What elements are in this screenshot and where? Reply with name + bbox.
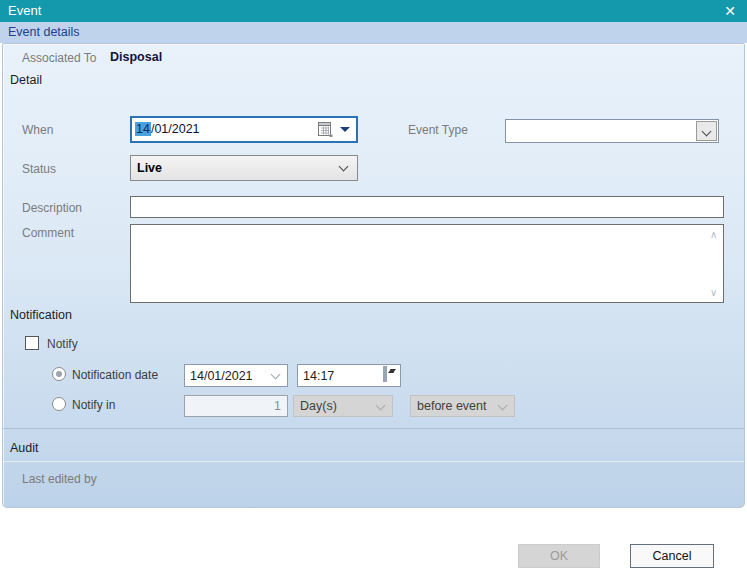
notify-in-relation-combobox[interactable]: before event bbox=[410, 395, 515, 417]
dialog-titlebar: Event ✕ bbox=[0, 0, 747, 22]
notification-time-spinner[interactable]: 14:17 bbox=[297, 364, 401, 387]
notify-in-unit-value: Day(s) bbox=[300, 399, 337, 413]
event-type-combobox[interactable] bbox=[505, 119, 719, 143]
notification-time-value: 14:17 bbox=[303, 369, 334, 383]
audit-divider-bottom bbox=[3, 461, 744, 462]
associated-to-value: Disposal bbox=[110, 50, 162, 64]
notification-date-label: Notification date bbox=[72, 368, 158, 382]
spinner-down-icon bbox=[390, 369, 396, 373]
event-type-label: Event Type bbox=[408, 123, 468, 137]
event-details-header: Event details bbox=[0, 22, 747, 43]
audit-divider bbox=[3, 428, 744, 429]
last-edited-by-label: Last edited by bbox=[22, 472, 97, 486]
comment-textarea[interactable] bbox=[130, 224, 724, 303]
chevron-down-icon bbox=[376, 401, 386, 411]
date-dropdown-arrow-icon[interactable] bbox=[340, 127, 350, 132]
close-icon[interactable]: ✕ bbox=[724, 0, 736, 22]
notify-label: Notify bbox=[47, 337, 78, 351]
chevron-down-icon bbox=[339, 162, 349, 172]
status-value: Live bbox=[137, 161, 162, 175]
notify-in-label: Notify in bbox=[72, 398, 115, 412]
cancel-button[interactable]: Cancel bbox=[630, 544, 714, 568]
event-type-dropdown-button[interactable] bbox=[696, 121, 717, 141]
comment-label: Comment bbox=[22, 226, 74, 240]
time-spinner-buttons bbox=[383, 367, 398, 381]
when-day-selected: 14 bbox=[135, 122, 151, 136]
when-date-rest: /01/2021 bbox=[151, 122, 200, 136]
calendar-icon[interactable] bbox=[317, 121, 334, 138]
notify-checkbox[interactable] bbox=[25, 336, 39, 350]
notification-date-value: 14/01/2021 bbox=[190, 369, 253, 383]
notify-in-relation-value: before event bbox=[417, 399, 487, 413]
notify-in-radio[interactable] bbox=[52, 397, 66, 411]
dialog-title: Event bbox=[8, 0, 41, 22]
status-combobox[interactable]: Live bbox=[130, 155, 358, 181]
event-details-label: Event details bbox=[8, 22, 80, 43]
description-label: Description bbox=[22, 201, 82, 215]
notification-date-combobox[interactable]: 14/01/2021 bbox=[184, 364, 288, 387]
ok-button[interactable]: OK bbox=[518, 544, 600, 568]
notification-date-radio[interactable] bbox=[52, 367, 66, 381]
spinner-down-button[interactable] bbox=[385, 366, 387, 382]
associated-to-label: Associated To bbox=[22, 51, 97, 65]
scroll-down-icon[interactable]: ∨ bbox=[710, 288, 717, 298]
section-notification-label: Notification bbox=[10, 308, 72, 322]
when-date-picker[interactable]: 14/01/2021 bbox=[130, 116, 358, 143]
status-label: Status bbox=[22, 162, 56, 176]
when-date-value: 14/01/2021 bbox=[135, 121, 200, 138]
description-input[interactable] bbox=[130, 196, 724, 218]
section-detail-label: Detail bbox=[10, 73, 42, 87]
notify-in-value-input[interactable]: 1 bbox=[184, 395, 288, 417]
chevron-down-icon bbox=[702, 127, 712, 137]
notify-in-unit-combobox[interactable]: Day(s) bbox=[293, 395, 393, 417]
scroll-up-icon[interactable]: ∧ bbox=[710, 230, 717, 240]
section-audit-label: Audit bbox=[10, 441, 39, 455]
chevron-down-icon bbox=[271, 370, 281, 380]
chevron-down-icon bbox=[498, 401, 508, 411]
when-label: When bbox=[22, 123, 53, 137]
